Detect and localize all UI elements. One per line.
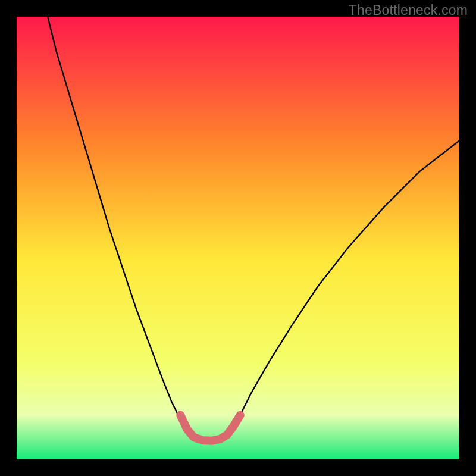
plot-area — [17, 17, 459, 459]
attribution-label: TheBottleneck.com — [349, 2, 468, 18]
chart-container: TheBottleneck.com — [0, 0, 476, 476]
bottleneck-chart — [0, 0, 476, 476]
